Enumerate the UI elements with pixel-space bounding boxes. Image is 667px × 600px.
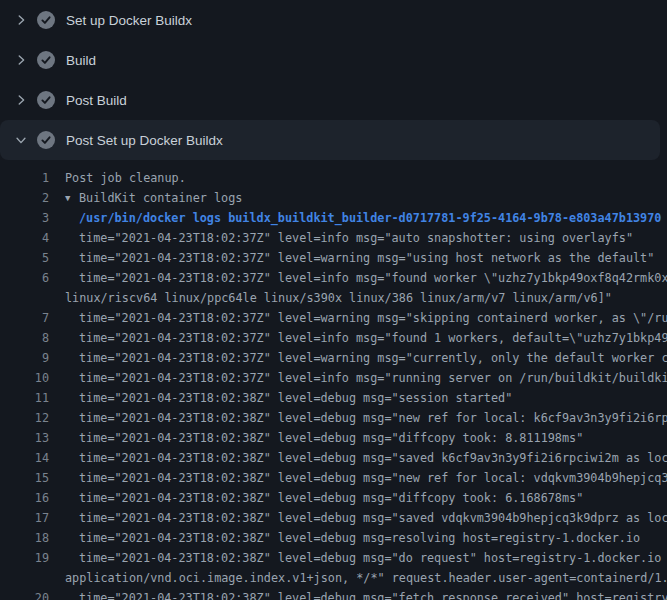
log-line-text: time="2021-04-23T18:02:38Z" level=debug … xyxy=(79,388,512,408)
log-line-text: time="2021-04-23T18:02:38Z" level=debug … xyxy=(79,448,667,468)
chevron-right-icon[interactable] xyxy=(14,93,28,107)
log-viewer: 1 Post job cleanup. 2 ▼BuildKit containe… xyxy=(0,160,667,600)
step-success-icon xyxy=(37,91,55,109)
log-line: 14 time="2021-04-23T18:02:38Z" level=deb… xyxy=(0,448,667,468)
step-label: Build xyxy=(66,53,96,68)
log-line-number[interactable]: 1 xyxy=(0,168,49,188)
job-log-panel: Set up Docker Buildx Build Post Buil xyxy=(0,0,667,600)
log-line: 8 time="2021-04-23T18:02:37Z" level=info… xyxy=(0,328,667,348)
log-line-number[interactable]: 2 xyxy=(0,188,49,208)
log-line-text: time="2021-04-23T18:02:38Z" level=debug … xyxy=(79,548,667,568)
step-label: Post Build xyxy=(66,93,127,108)
log-group-title[interactable]: BuildKit container logs xyxy=(79,191,242,205)
log-line: 9 time="2021-04-23T18:02:37Z" level=warn… xyxy=(0,348,667,368)
log-line: 3 /usr/bin/docker logs buildx_buildkit_b… xyxy=(0,208,667,228)
log-line-text: time="2021-04-23T18:02:38Z" level=debug … xyxy=(79,528,640,548)
step-success-icon xyxy=(37,131,55,149)
log-line-number[interactable] xyxy=(0,288,49,308)
log-line-number[interactable]: 19 xyxy=(0,548,49,568)
log-line-text: linux/riscv64 linux/ppc64le linux/s390x … xyxy=(65,288,612,308)
step-row[interactable]: Post Build xyxy=(0,80,667,120)
log-line-text: /usr/bin/docker logs buildx_buildkit_bui… xyxy=(79,208,661,228)
log-line: application/vnd.oci.image.index.v1+json,… xyxy=(0,568,667,588)
collapse-triangle-icon[interactable]: ▼ xyxy=(65,188,79,208)
log-line-text: time="2021-04-23T18:02:38Z" level=debug … xyxy=(79,468,667,488)
steps-list: Set up Docker Buildx Build Post Buil xyxy=(0,0,667,160)
log-line-number[interactable]: 20 xyxy=(0,588,49,600)
log-line-number[interactable]: 3 xyxy=(0,208,49,228)
log-line-number[interactable]: 8 xyxy=(0,328,49,348)
log-line-number[interactable]: 17 xyxy=(0,508,49,528)
log-line-text: time="2021-04-23T18:02:37Z" level=warnin… xyxy=(79,308,667,328)
log-line-text: time="2021-04-23T18:02:37Z" level=info m… xyxy=(79,268,667,288)
log-line: 16 time="2021-04-23T18:02:38Z" level=deb… xyxy=(0,488,667,508)
log-line: 11 time="2021-04-23T18:02:38Z" level=deb… xyxy=(0,388,667,408)
log-line-number[interactable]: 14 xyxy=(0,448,49,468)
log-line-number[interactable]: 7 xyxy=(0,308,49,328)
log-line-number[interactable]: 11 xyxy=(0,388,49,408)
log-line: 20 time="2021-04-23T18:02:38Z" level=deb… xyxy=(0,588,667,600)
log-line-number[interactable]: 6 xyxy=(0,268,49,288)
step-row[interactable]: Post Set up Docker Buildx xyxy=(0,120,660,160)
log-line-text: time="2021-04-23T18:02:38Z" level=debug … xyxy=(79,408,667,428)
log-line: 7 time="2021-04-23T18:02:37Z" level=warn… xyxy=(0,308,667,328)
log-line-text: time="2021-04-23T18:02:38Z" level=debug … xyxy=(79,508,667,528)
log-line: 13 time="2021-04-23T18:02:38Z" level=deb… xyxy=(0,428,667,448)
step-label: Set up Docker Buildx xyxy=(66,13,192,28)
log-line: 19 time="2021-04-23T18:02:38Z" level=deb… xyxy=(0,548,667,568)
log-line-text: time="2021-04-23T18:02:38Z" level=debug … xyxy=(79,428,583,448)
log-line-text: ▼BuildKit container logs xyxy=(65,188,242,208)
step-label: Post Set up Docker Buildx xyxy=(66,133,223,148)
log-line-text: Post job cleanup. xyxy=(65,168,186,188)
chevron-down-icon[interactable] xyxy=(14,133,28,147)
log-line-text: time="2021-04-23T18:02:37Z" level=info m… xyxy=(79,228,633,248)
log-line: 12 time="2021-04-23T18:02:38Z" level=deb… xyxy=(0,408,667,428)
log-line-number[interactable]: 15 xyxy=(0,468,49,488)
log-line: 1 Post job cleanup. xyxy=(0,168,667,188)
chevron-right-icon[interactable] xyxy=(14,13,28,27)
log-line-number[interactable]: 13 xyxy=(0,428,49,448)
step-success-icon xyxy=(37,11,55,29)
log-line-text: time="2021-04-23T18:02:37Z" level=info m… xyxy=(79,328,667,348)
log-line-number[interactable]: 12 xyxy=(0,408,49,428)
log-line: 6 time="2021-04-23T18:02:37Z" level=info… xyxy=(0,268,667,288)
log-line-text: time="2021-04-23T18:02:38Z" level=debug … xyxy=(79,588,667,600)
step-row[interactable]: Build xyxy=(0,40,667,80)
step-success-icon xyxy=(37,51,55,69)
log-line: 15 time="2021-04-23T18:02:38Z" level=deb… xyxy=(0,468,667,488)
log-line-text: time="2021-04-23T18:02:37Z" level=warnin… xyxy=(79,348,667,368)
step-row[interactable]: Set up Docker Buildx xyxy=(0,0,667,40)
log-line-text: time="2021-04-23T18:02:38Z" level=debug … xyxy=(79,488,583,508)
chevron-right-icon[interactable] xyxy=(14,53,28,67)
log-line: 10 time="2021-04-23T18:02:37Z" level=inf… xyxy=(0,368,667,388)
log-line-number[interactable]: 4 xyxy=(0,228,49,248)
log-line: linux/riscv64 linux/ppc64le linux/s390x … xyxy=(0,288,667,308)
log-line-number[interactable]: 10 xyxy=(0,368,49,388)
log-line-number[interactable]: 5 xyxy=(0,248,49,268)
log-line-text: time="2021-04-23T18:02:37Z" level=info m… xyxy=(79,368,667,388)
log-line: 5 time="2021-04-23T18:02:37Z" level=warn… xyxy=(0,248,667,268)
log-line-number[interactable]: 18 xyxy=(0,528,49,548)
log-line: 17 time="2021-04-23T18:02:38Z" level=deb… xyxy=(0,508,667,528)
log-line: 18 time="2021-04-23T18:02:38Z" level=deb… xyxy=(0,528,667,548)
log-line-number[interactable]: 9 xyxy=(0,348,49,368)
log-line-number[interactable] xyxy=(0,568,49,588)
log-line-text: time="2021-04-23T18:02:37Z" level=warnin… xyxy=(79,248,654,268)
log-line-number[interactable]: 16 xyxy=(0,488,49,508)
log-line-text: application/vnd.oci.image.index.v1+json,… xyxy=(65,568,667,588)
log-line: 4 time="2021-04-23T18:02:37Z" level=info… xyxy=(0,228,667,248)
log-line: 2 ▼BuildKit container logs xyxy=(0,188,667,208)
